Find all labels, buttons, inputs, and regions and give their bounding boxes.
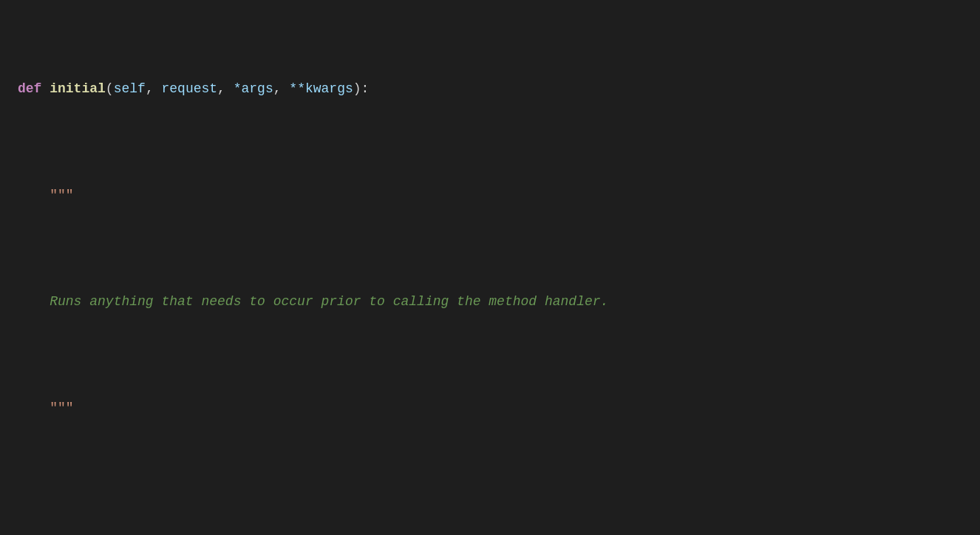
code-line-1: def initial(self, request, *args, **kwar… [18, 78, 962, 100]
param-args: *args [234, 81, 273, 96]
docstring-text: Runs anything that needs to occur prior … [50, 294, 608, 309]
code-line-3: Runs anything that needs to occur prior … [18, 291, 962, 313]
param-kwargs: **kwargs [289, 81, 353, 96]
docstring-close: """ [50, 401, 73, 415]
code-line-4: """ [18, 398, 962, 419]
function-name: initial [50, 81, 106, 96]
code-line-5 [18, 504, 962, 525]
keyword-def: def [18, 81, 41, 96]
param-request: request [161, 81, 217, 96]
param-self: self [114, 81, 146, 96]
docstring-open: """ [50, 188, 73, 202]
code-line-2: """ [18, 185, 962, 206]
code-editor: def initial(self, request, *args, **kwar… [18, 15, 962, 535]
